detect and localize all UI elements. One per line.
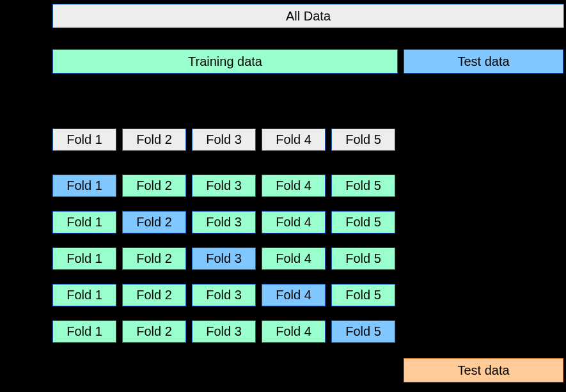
fold-cell-train: Fold 4 [262,247,326,270]
fold-cell-train: Fold 1 [52,211,116,233]
fold-cell-train: Fold 5 [331,175,395,197]
fold-cell-train: Fold 4 [262,320,326,343]
fold-cell-val: Fold 4 [262,284,326,306]
fold-cell-train: Fold 2 [122,320,186,343]
fold-split-row: Fold 1 Fold 2 Fold 3 Fold 4 Fold 5 [52,211,395,233]
fold-cell-train: Fold 2 [122,247,186,270]
fold-cell-val: Fold 2 [122,211,186,233]
fold-cell-val: Fold 3 [192,247,256,270]
fold-split-row: Fold 1 Fold 2 Fold 3 Fold 4 Fold 5 [52,320,395,343]
training-data-box: Training data [52,49,398,74]
fold-cell-train: Fold 1 [52,247,116,270]
fold-cell-train: Fold 3 [192,320,256,343]
fold-header-cell: Fold 5 [331,129,395,151]
fold-header-cell: Fold 2 [122,129,186,151]
fold-header-cell: Fold 1 [52,129,116,151]
fold-header-cell: Fold 4 [262,129,326,151]
fold-cell-train: Fold 3 [192,175,256,197]
fold-grid: Fold 1 Fold 2 Fold 3 Fold 4 Fold 5 Fold … [52,129,395,357]
fold-cell-train: Fold 4 [262,211,326,233]
fold-cell-train: Fold 3 [192,284,256,306]
fold-cell-train: Fold 2 [122,175,186,197]
fold-cell-train: Fold 5 [331,247,395,270]
fold-split-row: Fold 1 Fold 2 Fold 3 Fold 4 Fold 5 [52,247,395,270]
test-data-box-bottom: Test data [404,358,563,382]
fold-cell-val: Fold 5 [331,320,395,343]
all-data-box: All Data [52,4,564,28]
fold-cell-train: Fold 5 [331,211,395,233]
fold-cell-train: Fold 5 [331,284,395,306]
fold-cell-train: Fold 2 [122,284,186,306]
fold-header-row: Fold 1 Fold 2 Fold 3 Fold 4 Fold 5 [52,129,395,151]
fold-cell-train: Fold 1 [52,320,116,343]
fold-cell-train: Fold 4 [262,175,326,197]
fold-cell-train: Fold 3 [192,211,256,233]
fold-header-cell: Fold 3 [192,129,256,151]
test-data-box-top: Test data [404,49,563,74]
fold-cell-val: Fold 1 [52,175,116,197]
fold-split-row: Fold 1 Fold 2 Fold 3 Fold 4 Fold 5 [52,284,395,306]
fold-split-row: Fold 1 Fold 2 Fold 3 Fold 4 Fold 5 [52,175,395,197]
fold-cell-train: Fold 1 [52,284,116,306]
